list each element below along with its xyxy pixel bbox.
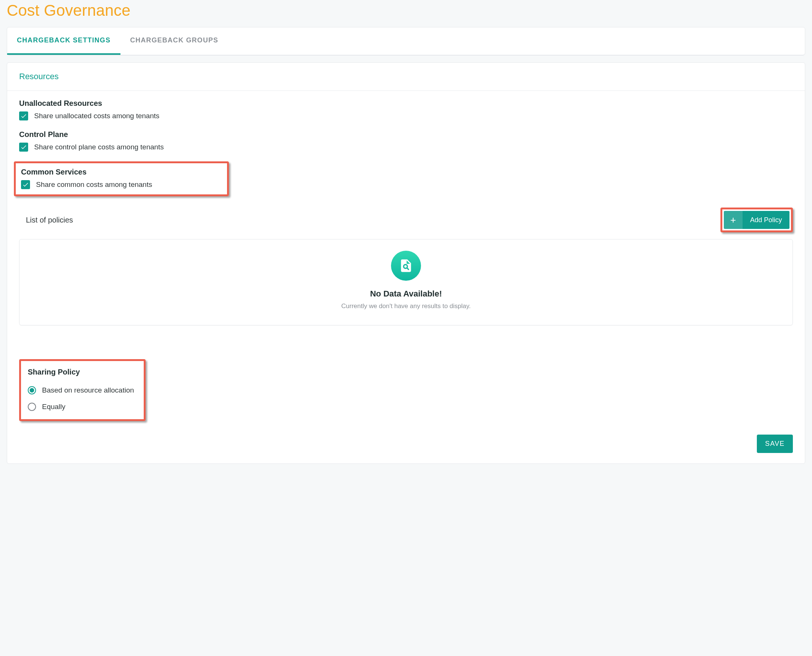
unallocated-resources-group: Unallocated Resources Share unallocated … [19, 99, 793, 121]
empty-state-icon [391, 251, 421, 281]
sharing-policy-section: Sharing Policy Based on resource allocat… [19, 359, 793, 421]
document-search-icon [399, 258, 413, 273]
radio-resource-allocation-input[interactable] [28, 386, 36, 395]
tabs: CHARGEBACK SETTINGS CHARGEBACK GROUPS [7, 27, 805, 55]
common-services-title: Common Services [21, 168, 152, 176]
sharing-policy-highlight: Sharing Policy Based on resource allocat… [19, 359, 145, 421]
save-button[interactable]: SAVE [757, 435, 793, 453]
policies-row: List of policies + Add Policy [19, 207, 793, 232]
common-services-checkbox[interactable] [21, 180, 30, 189]
add-policy-highlight: + Add Policy [721, 207, 793, 232]
tab-chargeback-groups[interactable]: CHARGEBACK GROUPS [121, 27, 228, 55]
control-plane-group: Control Plane Share control plane costs … [19, 130, 793, 152]
add-policy-label: Add Policy [742, 216, 789, 224]
page-title: Cost Governance [7, 2, 805, 20]
radio-resource-allocation-label: Based on resource allocation [42, 386, 134, 395]
check-icon [20, 144, 27, 150]
radio-resource-allocation[interactable]: Based on resource allocation [28, 386, 134, 395]
radio-equally[interactable]: Equally [28, 403, 134, 411]
radio-equally-input[interactable] [28, 403, 36, 411]
unallocated-label: Share unallocated costs among tenants [34, 112, 159, 120]
resources-card: Resources Unallocated Resources Share un… [7, 62, 805, 464]
tab-chargeback-settings[interactable]: CHARGEBACK SETTINGS [7, 27, 121, 55]
policies-empty-state: No Data Available! Currently we don't ha… [19, 239, 793, 325]
control-plane-title: Control Plane [19, 130, 793, 139]
common-services-label: Share common costs among tenants [36, 181, 152, 189]
control-plane-checkbox[interactable] [19, 142, 28, 152]
add-policy-button[interactable]: + Add Policy [724, 211, 789, 229]
check-icon [22, 181, 29, 188]
plus-icon: + [724, 211, 742, 229]
sharing-policy-title: Sharing Policy [28, 368, 134, 376]
control-plane-label: Share control plane costs among tenants [34, 143, 164, 151]
radio-equally-label: Equally [42, 403, 65, 411]
empty-subtitle: Currently we don't have any results to d… [27, 302, 785, 310]
common-services-group: Common Services Share common costs among… [21, 168, 152, 189]
unallocated-checkbox[interactable] [19, 111, 28, 121]
unallocated-title: Unallocated Resources [19, 99, 793, 108]
resources-header: Resources [7, 63, 805, 91]
empty-title: No Data Available! [27, 289, 785, 299]
footer: SAVE [7, 435, 805, 464]
common-services-highlight: Common Services Share common costs among… [14, 161, 229, 196]
tabs-card: CHARGEBACK SETTINGS CHARGEBACK GROUPS [7, 27, 805, 56]
policies-list-label: List of policies [19, 216, 73, 224]
check-icon [20, 113, 27, 119]
